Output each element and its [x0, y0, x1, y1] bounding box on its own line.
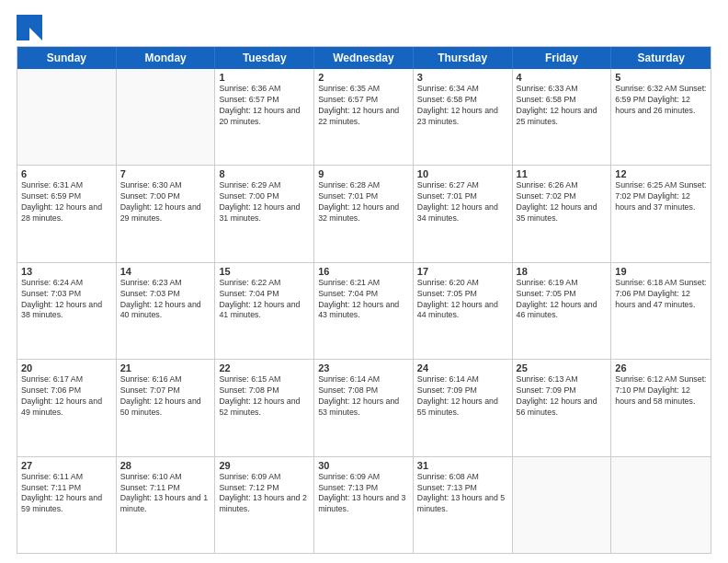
cell-info: Sunrise: 6:21 AM Sunset: 7:04 PM Dayligh… [318, 278, 409, 322]
calendar-cell-28: 28Sunrise: 6:10 AM Sunset: 7:11 PM Dayli… [117, 457, 216, 553]
cell-info: Sunrise: 6:09 AM Sunset: 7:13 PM Dayligh… [318, 472, 409, 516]
svg-rect-0 [17, 15, 29, 28]
day-number: 19 [615, 266, 707, 277]
calendar-cell-20: 20Sunrise: 6:17 AM Sunset: 7:06 PM Dayli… [17, 360, 117, 455]
logo [17, 15, 46, 40]
day-number: 6 [21, 168, 112, 179]
cell-info: Sunrise: 6:24 AM Sunset: 7:03 PM Dayligh… [21, 278, 112, 322]
day-number: 17 [417, 266, 508, 277]
day-number: 27 [21, 460, 112, 471]
calendar-week-0: 1Sunrise: 6:36 AM Sunset: 6:57 PM Daylig… [17, 69, 711, 165]
day-number: 4 [517, 72, 608, 83]
calendar-cell-6: 6Sunrise: 6:31 AM Sunset: 6:59 PM Daylig… [17, 166, 117, 261]
day-number: 26 [615, 362, 707, 373]
day-number: 16 [318, 266, 409, 277]
cell-info: Sunrise: 6:15 AM Sunset: 7:08 PM Dayligh… [219, 374, 310, 419]
calendar-cell-4: 4Sunrise: 6:33 AM Sunset: 6:58 PM Daylig… [513, 69, 612, 165]
cell-info: Sunrise: 6:31 AM Sunset: 6:59 PM Dayligh… [21, 180, 112, 224]
calendar-cell-23: 23Sunrise: 6:14 AM Sunset: 7:08 PM Dayli… [314, 360, 414, 455]
calendar-cell-24: 24Sunrise: 6:14 AM Sunset: 7:09 PM Dayli… [414, 360, 513, 455]
calendar-cell-9: 9Sunrise: 6:28 AM Sunset: 7:01 PM Daylig… [314, 166, 414, 261]
cell-info: Sunrise: 6:20 AM Sunset: 7:05 PM Dayligh… [417, 278, 508, 322]
cell-info: Sunrise: 6:17 AM Sunset: 7:06 PM Dayligh… [21, 374, 112, 419]
calendar-cell-25: 25Sunrise: 6:13 AM Sunset: 7:09 PM Dayli… [513, 360, 612, 455]
calendar-cell-31: 31Sunrise: 6:08 AM Sunset: 7:13 PM Dayli… [414, 457, 513, 553]
day-number: 22 [219, 362, 310, 373]
day-number: 18 [517, 266, 608, 277]
header-cell-thursday: Thursday [414, 47, 513, 69]
cell-info: Sunrise: 6:30 AM Sunset: 7:00 PM Dayligh… [120, 180, 211, 224]
calendar-cell-11: 11Sunrise: 6:26 AM Sunset: 7:02 PM Dayli… [513, 166, 612, 261]
cell-info: Sunrise: 6:36 AM Sunset: 6:57 PM Dayligh… [219, 84, 310, 128]
day-number: 11 [517, 168, 608, 179]
calendar-cell-30: 30Sunrise: 6:09 AM Sunset: 7:13 PM Dayli… [314, 457, 414, 553]
calendar-week-4: 27Sunrise: 6:11 AM Sunset: 7:11 PM Dayli… [17, 456, 711, 553]
svg-rect-2 [17, 28, 29, 40]
cell-info: Sunrise: 6:11 AM Sunset: 7:11 PM Dayligh… [21, 472, 112, 516]
day-number: 5 [615, 72, 707, 83]
day-number: 31 [417, 460, 508, 471]
calendar-cell-19: 19Sunrise: 6:18 AM Sunset: 7:06 PM Dayli… [611, 263, 711, 359]
cell-info: Sunrise: 6:23 AM Sunset: 7:03 PM Dayligh… [120, 278, 211, 322]
day-number: 2 [318, 72, 409, 83]
cell-info: Sunrise: 6:35 AM Sunset: 6:57 PM Dayligh… [318, 84, 409, 128]
cell-info: Sunrise: 6:14 AM Sunset: 7:08 PM Dayligh… [318, 374, 409, 419]
calendar-week-1: 6Sunrise: 6:31 AM Sunset: 6:59 PM Daylig… [17, 165, 711, 261]
cell-info: Sunrise: 6:27 AM Sunset: 7:01 PM Dayligh… [417, 180, 508, 224]
calendar-cell-8: 8Sunrise: 6:29 AM Sunset: 7:00 PM Daylig… [215, 166, 314, 261]
cell-info: Sunrise: 6:10 AM Sunset: 7:11 PM Dayligh… [120, 472, 211, 516]
day-number: 20 [21, 362, 112, 373]
calendar-body: 1Sunrise: 6:36 AM Sunset: 6:57 PM Daylig… [17, 69, 711, 553]
header-cell-monday: Monday [117, 47, 216, 69]
cell-info: Sunrise: 6:33 AM Sunset: 6:58 PM Dayligh… [517, 84, 608, 128]
cell-info: Sunrise: 6:34 AM Sunset: 6:58 PM Dayligh… [417, 84, 508, 128]
calendar-cell-21: 21Sunrise: 6:16 AM Sunset: 7:07 PM Dayli… [117, 360, 216, 455]
calendar-page: SundayMondayTuesdayWednesdayThursdayFrid… [0, 0, 728, 563]
calendar-cell-15: 15Sunrise: 6:22 AM Sunset: 7:04 PM Dayli… [215, 263, 314, 359]
cell-info: Sunrise: 6:32 AM Sunset: 6:59 PM Dayligh… [615, 84, 707, 117]
calendar-cell-10: 10Sunrise: 6:27 AM Sunset: 7:01 PM Dayli… [414, 166, 513, 261]
cell-info: Sunrise: 6:14 AM Sunset: 7:09 PM Dayligh… [417, 374, 508, 419]
cell-info: Sunrise: 6:26 AM Sunset: 7:02 PM Dayligh… [517, 180, 608, 224]
day-number: 24 [417, 362, 508, 373]
cell-info: Sunrise: 6:28 AM Sunset: 7:01 PM Dayligh… [318, 180, 409, 224]
header-cell-friday: Friday [513, 47, 612, 69]
day-number: 21 [120, 362, 211, 373]
calendar-header-row: SundayMondayTuesdayWednesdayThursdayFrid… [17, 47, 711, 69]
day-number: 14 [120, 266, 211, 277]
calendar-cell-17: 17Sunrise: 6:20 AM Sunset: 7:05 PM Dayli… [414, 263, 513, 359]
cell-info: Sunrise: 6:22 AM Sunset: 7:04 PM Dayligh… [219, 278, 310, 322]
day-number: 13 [21, 266, 112, 277]
day-number: 28 [120, 460, 211, 471]
calendar-cell-13: 13Sunrise: 6:24 AM Sunset: 7:03 PM Dayli… [17, 263, 117, 359]
day-number: 25 [517, 362, 608, 373]
calendar-cell-27: 27Sunrise: 6:11 AM Sunset: 7:11 PM Dayli… [17, 457, 117, 553]
calendar-cell-14: 14Sunrise: 6:23 AM Sunset: 7:03 PM Dayli… [117, 263, 216, 359]
header-cell-sunday: Sunday [17, 47, 117, 69]
day-number: 7 [120, 168, 211, 179]
day-number: 3 [417, 72, 508, 83]
calendar-cell-empty-4-5 [513, 457, 612, 553]
calendar-cell-2: 2Sunrise: 6:35 AM Sunset: 6:57 PM Daylig… [314, 69, 414, 165]
cell-info: Sunrise: 6:29 AM Sunset: 7:00 PM Dayligh… [219, 180, 310, 224]
calendar-week-3: 20Sunrise: 6:17 AM Sunset: 7:06 PM Dayli… [17, 359, 711, 455]
calendar-cell-26: 26Sunrise: 6:12 AM Sunset: 7:10 PM Dayli… [611, 360, 711, 455]
calendar: SundayMondayTuesdayWednesdayThursdayFrid… [17, 46, 711, 554]
cell-info: Sunrise: 6:08 AM Sunset: 7:13 PM Dayligh… [417, 472, 508, 516]
calendar-cell-29: 29Sunrise: 6:09 AM Sunset: 7:12 PM Dayli… [215, 457, 314, 553]
calendar-cell-12: 12Sunrise: 6:25 AM Sunset: 7:02 PM Dayli… [611, 166, 711, 261]
svg-rect-1 [29, 15, 42, 28]
page-header [17, 15, 711, 40]
calendar-cell-3: 3Sunrise: 6:34 AM Sunset: 6:58 PM Daylig… [414, 69, 513, 165]
day-number: 30 [318, 460, 409, 471]
cell-info: Sunrise: 6:19 AM Sunset: 7:05 PM Dayligh… [517, 278, 608, 322]
cell-info: Sunrise: 6:12 AM Sunset: 7:10 PM Dayligh… [615, 374, 707, 408]
cell-info: Sunrise: 6:18 AM Sunset: 7:06 PM Dayligh… [615, 278, 707, 311]
logo-icon [17, 15, 42, 40]
cell-info: Sunrise: 6:13 AM Sunset: 7:09 PM Dayligh… [517, 374, 608, 419]
header-cell-wednesday: Wednesday [314, 47, 414, 69]
calendar-cell-16: 16Sunrise: 6:21 AM Sunset: 7:04 PM Dayli… [314, 263, 414, 359]
day-number: 23 [318, 362, 409, 373]
cell-info: Sunrise: 6:25 AM Sunset: 7:02 PM Dayligh… [615, 180, 707, 213]
calendar-cell-5: 5Sunrise: 6:32 AM Sunset: 6:59 PM Daylig… [611, 69, 711, 165]
